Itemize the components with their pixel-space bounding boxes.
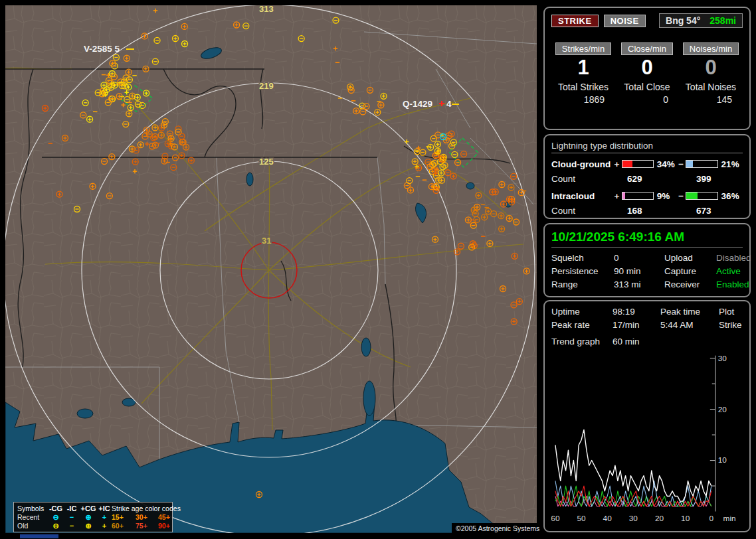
total-noises-label: Total Noises (679, 82, 743, 92)
peak-rate-label: Peak rate (551, 320, 613, 330)
plus-sign: + (614, 191, 621, 201)
ring-label-313: 313 (259, 5, 274, 14)
cell-label-q1429-num: 4 (446, 99, 452, 109)
strike-mode-button[interactable]: STRIKE (551, 15, 599, 27)
upload-status: Disabled (716, 253, 751, 263)
legend-header-age: Strike age color codes (112, 505, 179, 512)
ic-positive-pct: 9% (654, 191, 678, 201)
trend-graph-window: 60 min (613, 337, 743, 346)
plus-sign: + (614, 159, 621, 169)
legend-header-symbols: Symbols (17, 505, 48, 512)
cg-positive-bar (622, 160, 654, 168)
recent-neg-cg-icon: ⊖ (48, 514, 64, 521)
squelch-label: Squelch (551, 253, 614, 263)
age-90: 90+ (158, 522, 179, 530)
datetime-display: 10/21/2025 6:49:16 AM (551, 230, 743, 244)
svg-text:10: 10 (718, 456, 727, 465)
bearing-value: Bng 54° (666, 15, 700, 26)
minus-sign: − (678, 159, 686, 169)
ring-label-219: 219 (259, 81, 274, 91)
age-75: 75+ (136, 522, 158, 530)
recent-pos-cg-icon: ⊕ (80, 514, 97, 521)
taskbar-fragment (20, 534, 58, 538)
legend-header-nic: -IC (64, 505, 80, 512)
ic-negative-count: 673 (688, 206, 711, 216)
minus-sign: − (678, 191, 686, 201)
persistence-label: Persistence (551, 266, 614, 276)
noise-mode-button[interactable]: NOISE (604, 15, 646, 27)
app-window: { "colors": { "accent_green": "#00e400",… (0, 0, 756, 539)
ic-count-label: Count (551, 206, 619, 216)
ring-label-125: 125 (259, 157, 274, 167)
uptime-value: 98:19 (613, 307, 660, 317)
svg-text:50: 50 (577, 514, 586, 523)
svg-text:min: min (723, 514, 736, 523)
svg-text:40: 40 (603, 514, 613, 523)
copyright-label: ©2005 Astrogenic Systems (452, 523, 543, 534)
capture-status: Active (716, 266, 751, 276)
recent-pos-ic-icon: + (97, 514, 112, 521)
intracloud-label: Intracloud (551, 191, 614, 201)
total-strikes-label: Total Strikes (551, 82, 615, 92)
ic-negative-bar (686, 192, 717, 200)
legend-header-ncg: -CG (48, 505, 64, 512)
svg-text:0: 0 (709, 514, 713, 523)
ic-positive-bar (622, 192, 654, 200)
svg-text:20: 20 (718, 405, 727, 414)
noises-per-min-button[interactable]: Noises/min (683, 42, 739, 55)
noises-per-min-value: 0 (679, 56, 743, 79)
peak-rate-value: 17/min (613, 320, 660, 330)
range-label: Range (551, 279, 614, 289)
old-neg-cg-icon: ⊖ (48, 522, 64, 530)
svg-text:20: 20 (655, 514, 664, 523)
legend-old-label: Old (17, 522, 48, 530)
peak-time-value: 5:44 AM (660, 320, 719, 330)
age-30: 30+ (136, 514, 158, 521)
counters-panel: STRIKE NOISE Bng 54° 258mi Strikes/min C… (543, 7, 751, 130)
map-canvas[interactable]: 313 219 125 31 V-2585 5 Q-1429 4 (5, 5, 537, 533)
close-per-min-button[interactable]: Close/min (621, 42, 673, 55)
cg-positive-pct: 34% (654, 159, 678, 169)
total-close-label: Total Close (615, 82, 679, 92)
total-strikes-value: 1869 (551, 94, 615, 105)
svg-text:60: 60 (551, 514, 560, 523)
legend-recent-label: Recent (17, 514, 48, 521)
strikes-per-min-button[interactable]: Strikes/min (555, 42, 611, 55)
divider (551, 247, 743, 248)
distribution-panel: Lightning type distribution Cloud-ground… (543, 134, 751, 219)
cg-count-label: Count (551, 174, 619, 184)
peak-time-label: Peak time (660, 307, 719, 317)
status-panel: 10/21/2025 6:49:16 AM Squelch 0 Upload D… (543, 223, 751, 297)
recent-neg-ic-icon: − (64, 514, 80, 521)
plot-value: Strike (719, 320, 743, 330)
old-neg-ic-icon: − (64, 522, 80, 530)
close-per-min-value: 0 (615, 56, 679, 79)
strike-legend: Symbols -CG -IC +CG +IC Strike age color… (13, 502, 173, 532)
cell-label-q1429: Q-1429 (403, 99, 432, 109)
svg-text:30: 30 (718, 354, 727, 363)
distribution-title: Lightning type distribution (551, 141, 743, 153)
squelch-value: 0 (614, 253, 664, 263)
range-setting-value: 313 mi (614, 279, 664, 289)
cell-label-v2585: V-2585 5 (84, 44, 120, 54)
capture-label: Capture (664, 266, 716, 276)
persistence-value: 90 min (614, 266, 664, 276)
ic-positive-count: 168 (619, 206, 688, 216)
bearing-range-display: Bng 54° 258mi (659, 13, 743, 28)
legend-header-pic: +IC (97, 505, 112, 512)
svg-text:30: 30 (629, 514, 638, 523)
receiver-label: Receiver (664, 279, 716, 289)
strikes-per-min-value: 1 (551, 56, 615, 79)
receiver-status: Enabled (716, 279, 751, 289)
lightning-map[interactable]: 313 219 125 31 V-2585 5 Q-1429 4 Symbols… (5, 5, 537, 533)
trend-panel: Uptime 98:19 Peak time Plot Peak rate 17… (543, 300, 751, 532)
svg-text:10: 10 (681, 514, 690, 523)
upload-label: Upload (664, 253, 716, 263)
cloud-ground-label: Cloud-ground (551, 159, 614, 169)
trend-graph: 1020306050403020100min (551, 349, 751, 527)
age-15: 15+ (112, 514, 136, 521)
cg-positive-count: 629 (619, 174, 688, 184)
legend-header-pcg: +CG (80, 505, 97, 512)
ic-negative-pct: 36% (718, 191, 743, 201)
plot-label: Plot (719, 307, 743, 317)
